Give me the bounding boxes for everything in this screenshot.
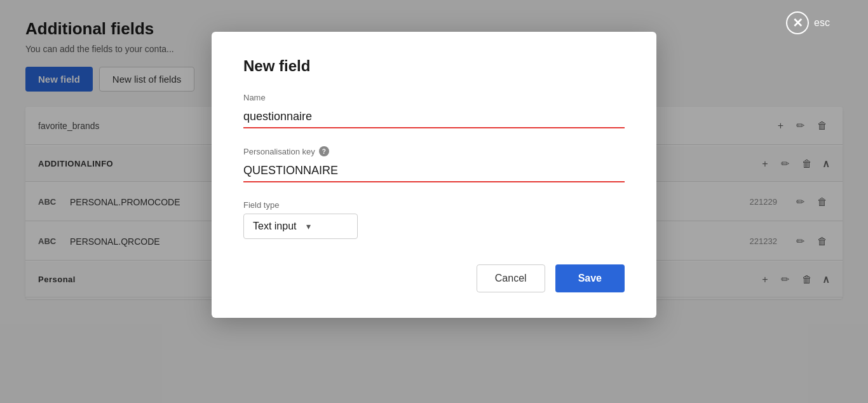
field-type-group: Field type Text input ▾	[243, 200, 625, 239]
field-type-label: Field type	[243, 200, 625, 210]
new-field-modal: New field Name Personalisation key ? Fie…	[212, 32, 656, 318]
name-field-group: Name	[243, 93, 625, 128]
close-area: ✕ esc	[786, 11, 830, 34]
name-label: Name	[243, 93, 625, 102]
name-input[interactable]	[243, 106, 625, 128]
modal-overlay: ✕ esc New field Name Personalisation key…	[0, 0, 868, 403]
field-type-selected-value: Text input	[253, 221, 296, 232]
personalisation-key-input[interactable]	[243, 160, 625, 182]
cancel-button[interactable]: Cancel	[477, 264, 545, 292]
field-type-dropdown[interactable]: Text input ▾	[243, 214, 358, 239]
dropdown-arrow-icon: ▾	[306, 221, 311, 231]
esc-label: esc	[814, 17, 830, 29]
close-button[interactable]: ✕	[786, 11, 809, 34]
personalisation-label: Personalisation key ?	[243, 146, 625, 156]
help-icon[interactable]: ?	[319, 146, 329, 156]
personalisation-key-group: Personalisation key ?	[243, 146, 625, 182]
modal-actions: Cancel Save	[243, 264, 625, 292]
save-button[interactable]: Save	[555, 264, 625, 292]
modal-title: New field	[243, 57, 625, 75]
